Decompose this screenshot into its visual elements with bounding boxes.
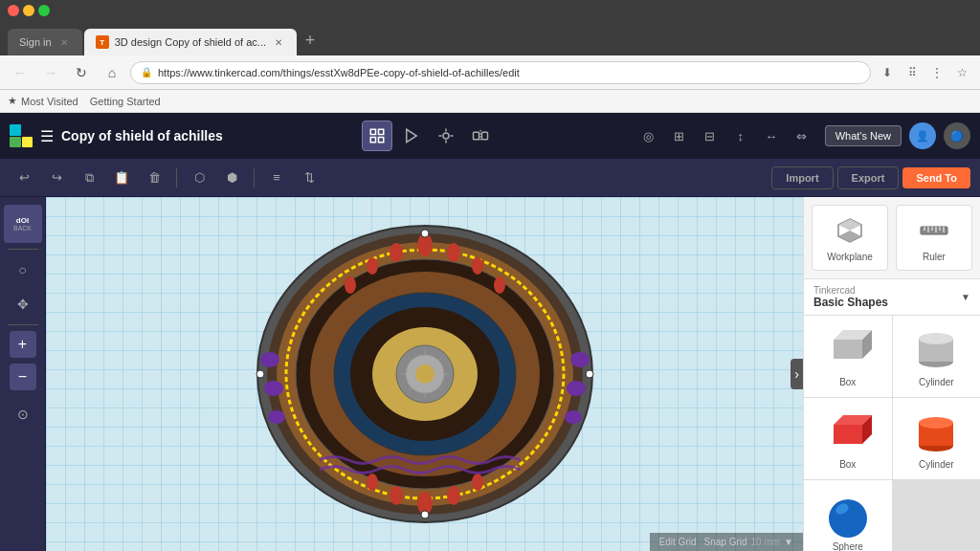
main-area: dOI BACK ○ ✥ + − ⊙ <box>0 197 980 551</box>
forward-button[interactable]: → <box>38 60 63 85</box>
shape-gray-box[interactable]: Box <box>804 316 892 397</box>
new-tab-button[interactable]: + <box>299 29 322 52</box>
svg-point-30 <box>390 243 403 262</box>
tab-tinkercad-close-icon[interactable]: ✕ <box>272 35 285 49</box>
snap-dropdown-icon[interactable]: ▼ <box>784 537 793 547</box>
star-icon[interactable]: ☆ <box>951 62 972 83</box>
maximize-button[interactable] <box>38 5 50 16</box>
sub-tool-4[interactable]: ↕ <box>727 122 754 149</box>
paste-button[interactable]: 📋 <box>107 164 136 192</box>
zoom-out-button[interactable]: − <box>10 364 36 390</box>
flip-button[interactable]: ⇅ <box>295 164 323 192</box>
tinkercad-icon: T <box>100 38 104 47</box>
workplane-button[interactable]: Workplane <box>812 205 888 271</box>
fit-view-button[interactable]: ⊙ <box>9 400 37 429</box>
group-button[interactable]: ⬡ <box>185 164 213 192</box>
close-button[interactable] <box>8 5 19 16</box>
sub-tool-1[interactable]: ◎ <box>635 122 662 149</box>
right-panel: Workplane <box>803 197 980 551</box>
svg-point-39 <box>367 474 378 491</box>
svg-marker-51 <box>838 219 861 231</box>
snap-grid-item[interactable]: Snap Grid 10 mm ▼ <box>704 537 794 547</box>
view-cube[interactable]: dOI BACK <box>4 205 42 243</box>
view-cube-label: dOI <box>13 216 32 225</box>
zoom-in-button[interactable]: + <box>10 331 36 358</box>
tab-signin[interactable]: Sign in ✕ <box>8 29 82 55</box>
ruler-icon <box>917 213 951 248</box>
redo-button[interactable]: ↪ <box>42 164 71 192</box>
shape-gray-cylinder-label: Cylinder <box>919 377 954 387</box>
workplane-icon <box>833 213 867 248</box>
user-avatar[interactable]: 🔵 <box>944 122 970 149</box>
tab-tinkercad-favicon: T <box>96 35 109 49</box>
ungroup-button[interactable]: ⬢ <box>217 164 246 192</box>
workplane-ruler-row: Workplane <box>804 197 980 278</box>
bookmark-most-visited[interactable]: ★ Most Visited <box>8 95 78 107</box>
shapes-tool-btn[interactable] <box>362 121 392 151</box>
header-center-tools <box>233 121 626 151</box>
ruler-button[interactable]: Ruler <box>896 205 972 271</box>
align-tool-btn[interactable] <box>431 121 461 151</box>
svg-rect-1 <box>379 129 384 134</box>
user-icon[interactable]: 👤 <box>909 122 936 149</box>
import-button[interactable]: Import <box>771 166 833 189</box>
tab-close-icon[interactable]: ✕ <box>57 35 71 49</box>
app-title: Copy of shield of achilles <box>61 128 223 143</box>
orbit-button[interactable]: ○ <box>9 255 37 284</box>
svg-rect-3 <box>370 138 375 143</box>
shapes-grid: Box Cylinder <box>804 316 980 551</box>
edit-grid-item[interactable]: Edit Grid <box>659 537 697 547</box>
whats-new-button[interactable]: What's New <box>825 125 902 146</box>
send-to-button[interactable]: Send To <box>902 167 970 188</box>
refresh-button[interactable]: ↻ <box>69 60 94 85</box>
shape-blue-sphere-label: Sphere <box>833 541 863 551</box>
canvas-right-arrow[interactable]: › <box>791 359 803 389</box>
transform-tool-btn[interactable] <box>396 121 427 151</box>
extensions-icon[interactable]: ⠿ <box>902 62 923 83</box>
edit-grid-label: Edit Grid <box>659 537 697 547</box>
shape-orange-cylinder[interactable]: Cylinder <box>893 398 981 479</box>
canvas-area[interactable]: › Edit Grid Snap Grid 10 mm ▼ <box>46 197 803 551</box>
svg-point-29 <box>447 243 460 262</box>
bookmark-star-icon: ★ <box>8 95 17 107</box>
toolbar-sep2 <box>254 168 255 187</box>
shapes-dropdown-button[interactable]: ▼ <box>961 292 970 302</box>
logo-grid <box>10 124 33 147</box>
view-back-label: BACK <box>13 225 32 231</box>
tab-tinkercad[interactable]: T 3D design Copy of shield of ac... ✕ <box>84 29 297 55</box>
downloads-icon[interactable]: ⬇ <box>877 62 898 83</box>
svg-rect-5 <box>474 132 479 140</box>
copy-button[interactable]: ⧉ <box>75 164 103 192</box>
shape-gray-cylinder[interactable]: Cylinder <box>893 316 981 397</box>
undo-button[interactable]: ↩ <box>10 164 38 192</box>
back-button[interactable]: ← <box>8 60 33 85</box>
pan-button[interactable]: ✥ <box>9 290 37 319</box>
bookmarks-bar: ★ Most Visited Getting Started <box>0 90 980 113</box>
bookmark-getting-started[interactable]: Getting Started <box>90 96 161 107</box>
shape-blue-sphere-icon <box>819 490 877 538</box>
svg-point-36 <box>447 486 460 505</box>
sub-tool-6[interactable]: ⇔ <box>789 122 815 149</box>
workplane-label: Workplane <box>827 252 873 262</box>
hamburger-button[interactable]: ☰ <box>40 127 54 145</box>
url-bar[interactable]: 🔒 https://www.tinkercad.com/things/esstX… <box>130 61 871 84</box>
align-button[interactable]: ≡ <box>262 164 291 192</box>
svg-point-38 <box>472 474 483 491</box>
shape-red-box[interactable]: Box <box>804 398 892 479</box>
sub-tool-5[interactable]: ↔ <box>758 122 785 149</box>
svg-point-65 <box>919 333 953 344</box>
svg-marker-52 <box>838 231 861 242</box>
mirror-tool-btn[interactable] <box>465 121 496 151</box>
svg-point-47 <box>421 511 429 518</box>
sub-tool-3[interactable]: ⊟ <box>697 122 724 149</box>
shape-blue-sphere[interactable]: Sphere <box>804 480 892 551</box>
export-button[interactable]: Export <box>837 166 900 189</box>
tinkercad-logo[interactable] <box>10 124 33 147</box>
sub-tool-2[interactable]: ⊞ <box>666 122 693 149</box>
home-button[interactable]: ⌂ <box>100 60 124 85</box>
menu-icon[interactable]: ⋮ <box>926 62 947 83</box>
svg-point-19 <box>415 364 434 384</box>
delete-button[interactable]: 🗑 <box>140 164 168 192</box>
app-header: ☰ Copy of shield of achilles <box>0 113 980 159</box>
minimize-button[interactable] <box>23 5 34 16</box>
